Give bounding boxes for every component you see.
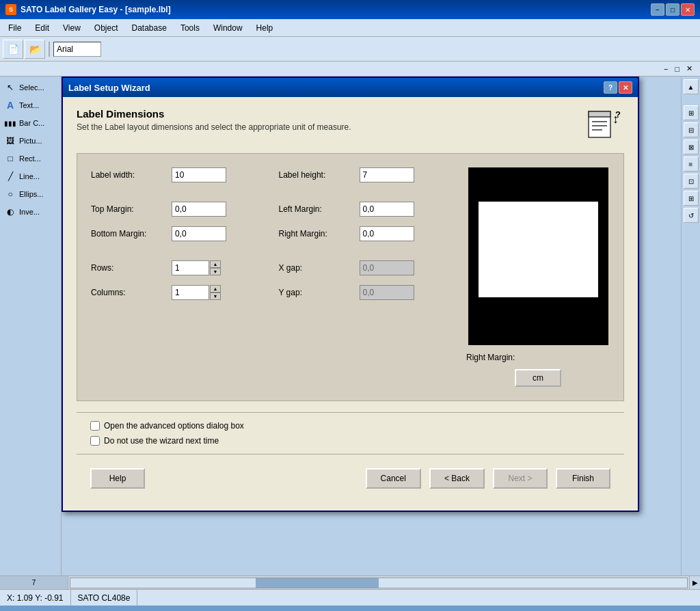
sidebar-item-text[interactable]: A Text... [1,97,59,113]
menu-database[interactable]: Database [126,22,172,34]
y-gap-label: Y gap: [279,288,354,297]
sidebar-label-rect: Rect... [19,154,41,163]
rows-label: Rows: [91,263,166,273]
help-button[interactable]: Help [90,468,145,489]
cancel-button[interactable]: Cancel [366,468,421,489]
columns-input[interactable] [172,285,209,300]
no-wizard-label: Do not use the wizard next time [104,436,219,446]
select-icon: ↖ [4,81,16,94]
unit-button[interactable]: cm [515,369,561,387]
tool-btn-5[interactable]: ⊡ [684,174,699,189]
tool-btn-7[interactable]: ↺ [684,208,699,223]
dialog-help-button[interactable]: ? [604,81,617,94]
finish-button[interactable]: Finish [556,468,610,489]
rows-input[interactable] [172,260,209,275]
svg-rect-1 [589,111,610,117]
left-margin-row: Left Margin: [279,202,453,217]
window-close-btn[interactable]: ✕ [684,64,695,73]
right-sidebar: ▲ ⊞ ⊟ ⊠ ≡ ⊡ ⊞ ↺ [681,77,700,575]
window-minimize-btn[interactable]: − [662,65,670,73]
menu-help[interactable]: Help [251,22,279,34]
right-margin-preview-label: Right Margin: [466,353,515,362]
rows-row: Rows: ▲ ▼ [91,260,265,275]
preview-white-area [479,202,598,297]
bottom-margin-row: Bottom Margin: [91,226,265,241]
sidebar-item-barcode[interactable]: ▮▮▮ Bar C... [1,115,59,131]
menu-window[interactable]: Window [208,22,248,34]
rows-decrement[interactable]: ▼ [210,268,221,275]
rows-increment[interactable]: ▲ [210,260,221,268]
x-gap-input[interactable] [360,260,414,275]
columns-row: Columns: ▲ ▼ [91,285,265,300]
label-width-input[interactable] [172,167,226,182]
dialog-title: Label Setup Wizard [68,83,150,93]
scroll-up-btn[interactable]: ▲ [684,79,699,94]
dialog-content: Label Dimensions Set the Label layout di… [63,97,638,511]
coordinates-text: X: 1.09 Y: -0.91 [7,593,64,603]
dialog-section-title: Label Dimensions [77,108,351,120]
dialog-title-bar: Label Setup Wizard ? ✕ [63,78,638,97]
rect-icon: □ [4,152,16,165]
restore-button[interactable]: □ [666,3,679,16]
menu-file[interactable]: File [3,22,27,34]
barcode-icon: ▮▮▮ [4,117,16,129]
columns-label: Columns: [91,288,166,297]
line-icon: ╱ [4,170,16,182]
bottom-margin-input[interactable] [172,226,226,241]
advanced-options-checkbox[interactable] [90,421,100,431]
top-margin-input[interactable] [172,202,226,217]
columns-increment[interactable]: ▲ [210,285,221,293]
sidebar-item-select[interactable]: ↖ Selec... [1,79,59,96]
horizontal-scrollbar[interactable] [68,576,689,590]
y-gap-input[interactable] [360,285,414,300]
sidebar-item-inverse[interactable]: ◐ Inve... [1,204,59,220]
rows-spinner-btns: ▲ ▼ [210,260,221,275]
font-selector[interactable] [53,42,101,57]
status-bar: X: 1.09 Y: -0.91 SATO CL408e [0,589,700,606]
tool-btn-1[interactable]: ⊞ [684,105,699,120]
menu-tools[interactable]: Tools [175,22,205,34]
open-button[interactable]: 📂 [25,40,45,59]
new-button[interactable]: 📄 [3,40,23,59]
sidebar-item-line[interactable]: ╱ Line... [1,168,59,185]
sidebar-item-rect[interactable]: □ Rect... [1,150,59,167]
left-margin-label: Left Margin: [279,204,354,214]
dialog-close-button[interactable]: ✕ [619,81,632,94]
sidebar-label-select: Selec... [19,83,44,92]
top-margin-row: Top Margin: [91,202,265,217]
dialog-header: Label Dimensions Set the Label layout di… [77,108,624,142]
sidebar-label-inverse: Inve... [19,208,40,216]
window-restore-btn[interactable]: □ [673,65,682,73]
preview-area: Right Margin: cm [466,167,610,387]
right-margin-label: Right Margin: [279,229,354,239]
dialog-header-text: Label Dimensions Set the Label layout di… [77,108,351,132]
scroll-right-btn[interactable]: ▶ [689,576,700,589]
sidebar-label-ellipse: Ellips... [19,190,43,198]
menu-object[interactable]: Object [89,22,124,34]
sidebar-item-ellipse[interactable]: ○ Ellips... [1,186,59,202]
tool-btn-6[interactable]: ⊞ [684,191,699,206]
next-button[interactable]: Next > [493,468,548,489]
left-margin-input[interactable] [360,202,414,217]
menu-view[interactable]: View [57,22,86,34]
back-button[interactable]: < Back [429,468,485,489]
no-wizard-checkbox[interactable] [90,436,100,446]
form-left: Label width: Label height: [91,167,453,387]
checkbox-wizard-row: Do not use the wizard next time [90,436,610,446]
columns-decrement[interactable]: ▼ [210,293,221,300]
label-width-label: Label width: [91,170,166,180]
minimize-button[interactable]: − [651,3,664,16]
label-height-input[interactable] [360,167,414,182]
sidebar-item-picture[interactable]: 🖼 Pictu... [1,133,59,149]
close-button[interactable]: ✕ [681,3,695,16]
tool-btn-3[interactable]: ⊠ [684,139,699,154]
margins-group: Top Margin: Left Margin: Bottom Margin: [91,202,453,251]
label-preview [468,167,608,345]
title-bar-controls: − □ ✕ [651,3,695,16]
menu-edit[interactable]: Edit [29,22,55,34]
right-margin-input[interactable] [360,226,414,241]
tool-btn-4[interactable]: ≡ [684,157,699,172]
columns-spinner: ▲ ▼ [172,285,221,300]
buttons-divider [77,454,624,454]
tool-btn-2[interactable]: ⊟ [684,122,699,137]
